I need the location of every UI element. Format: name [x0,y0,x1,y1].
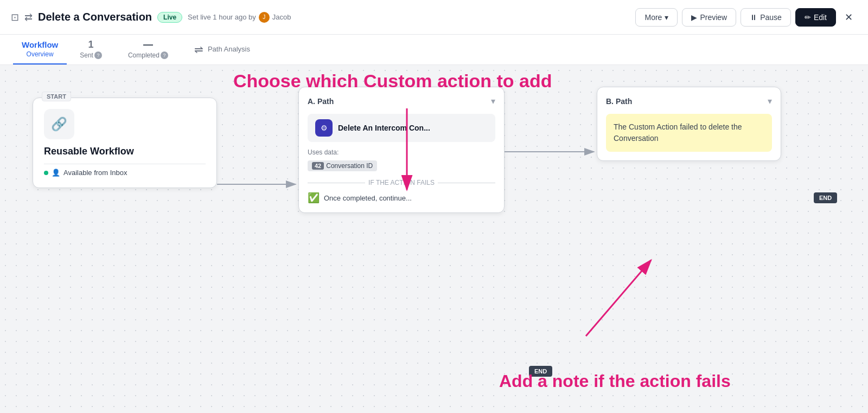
tab-sent-value: 1 [88,39,94,50]
tab-path-analysis-label: Path Analysis [208,45,250,53]
apath-label: A. Path [308,97,334,106]
tab-workflow[interactable]: Workflow Overview [13,35,67,64]
note-text: The Custom Action failed to delete the C… [614,122,742,143]
tab-sent[interactable]: 1 Sent ? [67,35,115,64]
reusable-workflow-icon: 🔗 [44,109,74,139]
action-icon: ⚙ [315,119,333,137]
chevron-down-icon: ▾ [665,13,668,22]
tag-number: 42 [312,162,324,170]
pause-icon: ⏸ [750,13,757,22]
bpath-node[interactable]: B. Path ▾ The Custom Action failed to de… [597,87,781,161]
pause-button[interactable]: ⏸ Pause [741,8,791,27]
apath-header: A. Path ▾ [308,96,495,106]
tabs-bar: Workflow Overview 1 Sent ? — Completed ?… [0,35,868,65]
tab-completed[interactable]: — Completed ? [115,35,181,64]
divider-line-left [308,183,365,183]
sent-help-icon: ? [94,51,102,59]
tab-completed-label: Completed ? [128,51,168,59]
more-button[interactable]: More ▾ [635,8,678,27]
tab-workflow-label: Workflow [22,40,58,49]
completed-action: ✅ Once completed, continue... [308,192,495,204]
completed-text: Once completed, continue... [324,194,412,202]
bpath-chevron-icon[interactable]: ▾ [768,96,772,106]
header: ⊡ ⇄ Delete a Conversation Live Set live … [0,0,868,35]
pencil-icon: ✏ [805,13,811,22]
workflow-title: Delete a Conversation [38,11,152,23]
preview-button[interactable]: ▶ Preview [682,8,736,27]
live-badge: Live [157,12,182,23]
end-badge-apath: END [529,366,552,377]
start-node[interactable]: START 🔗 Reusable Workflow 👤 Available fr… [33,98,217,188]
node-divider [44,164,206,164]
if-fails-text: IF THE ACTION FAILS [368,179,435,186]
live-info: Set live 1 hour ago by J Jacob [188,12,291,23]
tab-path-analysis[interactable]: ⇌ Path Analysis [181,35,263,64]
uses-data-label: Uses data: [308,149,495,156]
apath-node[interactable]: A. Path ▾ ⚙ Delete An Intercom Con... Us… [298,87,505,213]
header-left: ⊡ ⇄ Delete a Conversation Live Set live … [11,11,291,23]
svg-line-2 [586,260,651,336]
bpath-label: B. Path [606,97,632,106]
apath-chevron-icon[interactable]: ▾ [491,96,495,106]
completed-help-icon: ? [161,51,168,59]
edit-button[interactable]: ✏ Edit [795,8,836,27]
node-status: 👤 Available from Inbox [44,169,206,177]
tab-workflow-sublabel: Overview [27,50,54,58]
header-right: More ▾ ▶ Preview ⏸ Pause ✏ Edit ✕ [635,7,857,28]
conversation-id-tag: 42 Conversation ID [308,160,377,171]
action-name: Delete An Intercom Con... [338,124,430,132]
tab-sent-label: Sent ? [80,51,102,59]
bpath-header: B. Path ▾ [606,96,772,106]
close-button[interactable]: ✕ [840,7,857,28]
path-analysis-icon: ⇌ [194,43,203,56]
start-node-title: Reusable Workflow [44,146,206,157]
user-avatar: J [259,12,270,23]
person-icon: 👤 [52,169,60,177]
if-fails-divider: IF THE ACTION FAILS [308,179,495,186]
workflow-icon[interactable]: ⇄ [24,11,33,23]
check-icon: ✅ [308,192,320,204]
divider-line-right [438,183,495,183]
start-label: START [42,92,71,101]
status-dot [44,171,48,175]
user-name: Jacob [272,13,291,21]
workflow-canvas: Choose which Custom action to add START … [0,65,868,413]
end-badge-right: END [814,192,837,203]
note-card: The Custom Action failed to delete the C… [606,114,772,152]
play-icon: ▶ [691,13,697,22]
layout-icon[interactable]: ⊡ [11,11,19,23]
live-info-text: Set live 1 hour ago by [188,13,256,21]
action-card[interactable]: ⚙ Delete An Intercom Con... [308,114,495,142]
data-tags: 42 Conversation ID [308,160,495,171]
tag-label: Conversation ID [326,162,373,170]
tab-completed-value: — [143,39,153,50]
